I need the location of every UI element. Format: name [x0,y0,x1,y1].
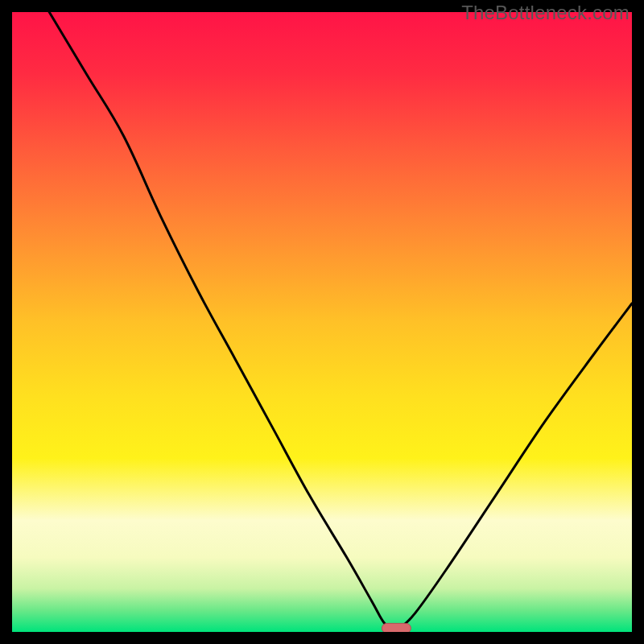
chart-frame: TheBottleneck.com [0,0,644,644]
optimal-point-marker [382,623,411,632]
bottleneck-chart [12,12,632,632]
watermark-text: TheBottleneck.com [461,2,630,24]
